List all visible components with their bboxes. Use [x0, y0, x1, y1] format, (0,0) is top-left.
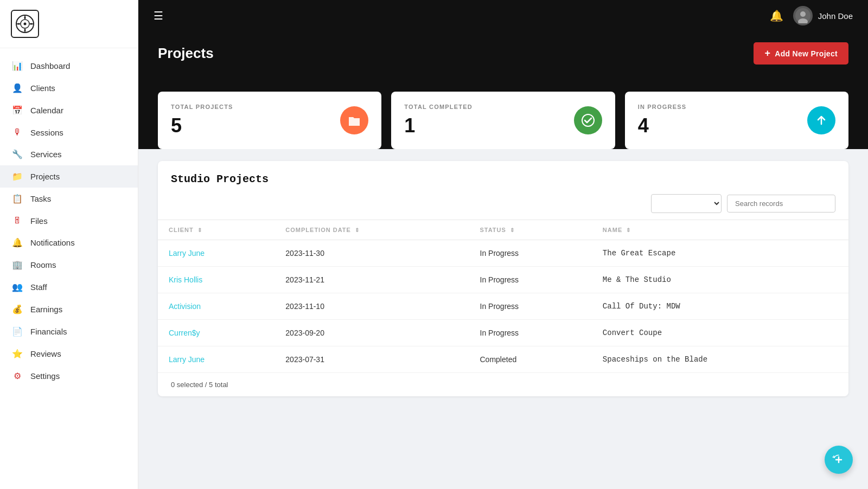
- sidebar-item-label: Earnings: [30, 305, 62, 314]
- sidebar-item-label: Financials: [30, 327, 67, 336]
- sidebar: 📊 Dashboard 👤 Clients 📅 Calendar 🎙 Sessi…: [0, 0, 138, 489]
- content-area: Projects + Add New Project TOTAL PROJECT…: [138, 31, 868, 489]
- sidebar-item-staff[interactable]: 👥 Staff: [0, 276, 138, 298]
- cell-client: Kris Hollis: [158, 267, 275, 293]
- notification-bell-icon[interactable]: 🔔: [770, 9, 783, 22]
- stat-label-total-completed: TOTAL COMPLETED: [404, 104, 473, 110]
- cell-client: Larry June: [158, 346, 275, 373]
- stats-row: TOTAL PROJECTS 5 TOTAL COMPLETED 1: [138, 80, 868, 149]
- sidebar-item-reviews[interactable]: ⭐ Reviews: [0, 343, 138, 365]
- cell-completion-date: 2023-09-20: [275, 320, 469, 346]
- sort-icon-completion-date[interactable]: ⇕: [355, 227, 360, 233]
- stat-value-total-completed: 1: [404, 114, 473, 137]
- section-title: Studio Projects: [171, 173, 269, 185]
- fab-button[interactable]: [825, 446, 853, 474]
- stat-card-total-completed: TOTAL COMPLETED 1: [391, 92, 615, 149]
- main-area: ☰ 🔔 John Doe Projects + Add New Project: [138, 0, 868, 489]
- earnings-icon: 💰: [12, 304, 23, 314]
- cell-completion-date: 2023-07-31: [275, 346, 469, 373]
- col-header-name: NAME ⇕: [592, 220, 848, 240]
- table-row[interactable]: Kris Hollis 2023-11-21 In Progress Me & …: [158, 267, 848, 293]
- sort-icon-client[interactable]: ⇕: [197, 227, 202, 233]
- sessions-icon: 🎙: [12, 127, 23, 137]
- logo-area: [0, 0, 138, 48]
- cell-name: Me & The Studio: [592, 267, 848, 293]
- filter-select[interactable]: In Progress Completed: [651, 194, 722, 213]
- menu-toggle-icon[interactable]: ☰: [154, 9, 163, 22]
- sidebar-item-files[interactable]: 🎚 Files: [0, 210, 138, 231]
- table-row[interactable]: Curren$y 2023-09-20 In Progress Convert …: [158, 320, 848, 346]
- sidebar-item-label: Rooms: [30, 260, 56, 269]
- calendar-icon: 📅: [12, 105, 23, 115]
- sidebar-item-earnings[interactable]: 💰 Earnings: [0, 298, 138, 320]
- cell-completion-date: 2023-11-10: [275, 293, 469, 320]
- cell-name: The Great Escape: [592, 240, 848, 267]
- sidebar-item-sessions[interactable]: 🎙 Sessions: [0, 121, 138, 143]
- table-header: Studio Projects: [158, 161, 848, 185]
- projects-icon: 📁: [12, 171, 23, 182]
- stat-card-in-progress: IN PROGRESS 4: [625, 92, 848, 149]
- sort-icon-status[interactable]: ⇕: [510, 227, 515, 233]
- financials-icon: 📄: [12, 326, 23, 337]
- cell-status: In Progress: [469, 320, 592, 346]
- stat-icon-in-progress: [807, 106, 835, 134]
- table-controls: In Progress Completed: [158, 185, 848, 220]
- sidebar-item-dashboard[interactable]: 📊 Dashboard: [0, 55, 138, 77]
- sidebar-item-label: Calendar: [30, 106, 63, 115]
- stat-label-in-progress: IN PROGRESS: [638, 104, 687, 110]
- stat-icon-total-completed: [574, 106, 602, 134]
- cell-status: Completed: [469, 346, 592, 373]
- avatar: [793, 6, 813, 25]
- sidebar-item-calendar[interactable]: 📅 Calendar: [0, 99, 138, 121]
- cell-name: Spaceships on the Blade: [592, 346, 848, 373]
- stat-value-in-progress: 4: [638, 114, 687, 137]
- sidebar-item-notifications[interactable]: 🔔 Notifications: [0, 231, 138, 254]
- table-row[interactable]: Activision 2023-11-10 In Progress Call O…: [158, 293, 848, 320]
- stat-value-total-projects: 5: [171, 114, 233, 137]
- dashboard-icon: 📊: [12, 61, 23, 71]
- col-header-completion-date: COMPLETION DATE ⇕: [275, 220, 469, 240]
- stat-label-total-projects: TOTAL PROJECTS: [171, 104, 233, 110]
- rooms-icon: 🏢: [12, 260, 23, 270]
- sidebar-item-clients[interactable]: 👤 Clients: [0, 77, 138, 99]
- svg-point-4: [800, 11, 806, 17]
- sidebar-item-label: Staff: [30, 282, 47, 292]
- sidebar-item-settings[interactable]: ⚙ Settings: [0, 365, 138, 387]
- files-icon: 🎚: [12, 216, 23, 226]
- table-footer: 0 selected / 5 total: [158, 372, 848, 396]
- sidebar-item-rooms[interactable]: 🏢 Rooms: [0, 254, 138, 276]
- sort-icon-name[interactable]: ⇕: [626, 227, 631, 233]
- sidebar-item-label: Reviews: [30, 349, 61, 358]
- stat-card-total-projects: TOTAL PROJECTS 5: [158, 92, 381, 149]
- col-header-client: CLIENT ⇕: [158, 220, 275, 240]
- content-header: Projects + Add New Project: [138, 31, 868, 80]
- col-header-status: STATUS ⇕: [469, 220, 592, 240]
- cell-name: Call Of Duty: MDW: [592, 293, 848, 320]
- services-icon: 🔧: [12, 149, 23, 159]
- table-section: Studio Projects In Progress Completed CL…: [158, 161, 848, 396]
- clients-icon: 👤: [12, 83, 23, 93]
- projects-table: CLIENT ⇕ COMPLETION DATE ⇕ STATUS ⇕ NA: [158, 220, 848, 372]
- search-input[interactable]: [727, 195, 835, 213]
- sidebar-item-projects[interactable]: 📁 Projects: [0, 165, 138, 188]
- add-new-project-button[interactable]: + Add New Project: [754, 42, 848, 65]
- sidebar-item-label: Files: [30, 216, 48, 226]
- sidebar-item-tasks[interactable]: 📋 Tasks: [0, 188, 138, 210]
- sidebar-item-financials[interactable]: 📄 Financials: [0, 320, 138, 343]
- svg-point-6: [582, 114, 594, 126]
- sidebar-item-services[interactable]: 🔧 Services: [0, 143, 138, 165]
- user-menu[interactable]: John Doe: [793, 6, 853, 25]
- cell-client: Larry June: [158, 240, 275, 267]
- table-row[interactable]: Larry June 2023-11-30 In Progress The Gr…: [158, 240, 848, 267]
- cell-status: In Progress: [469, 293, 592, 320]
- stat-icon-total-projects: [340, 106, 368, 134]
- reviews-icon: ⭐: [12, 349, 23, 359]
- cell-name: Convert Coupe: [592, 320, 848, 346]
- table-row[interactable]: Larry June 2023-07-31 Completed Spaceshi…: [158, 346, 848, 373]
- cell-status: In Progress: [469, 267, 592, 293]
- page-title: Projects: [158, 45, 214, 62]
- sidebar-item-label: Services: [30, 150, 62, 159]
- cell-client: Curren$y: [158, 320, 275, 346]
- user-name: John Doe: [818, 11, 853, 21]
- logo-icon: [11, 10, 39, 38]
